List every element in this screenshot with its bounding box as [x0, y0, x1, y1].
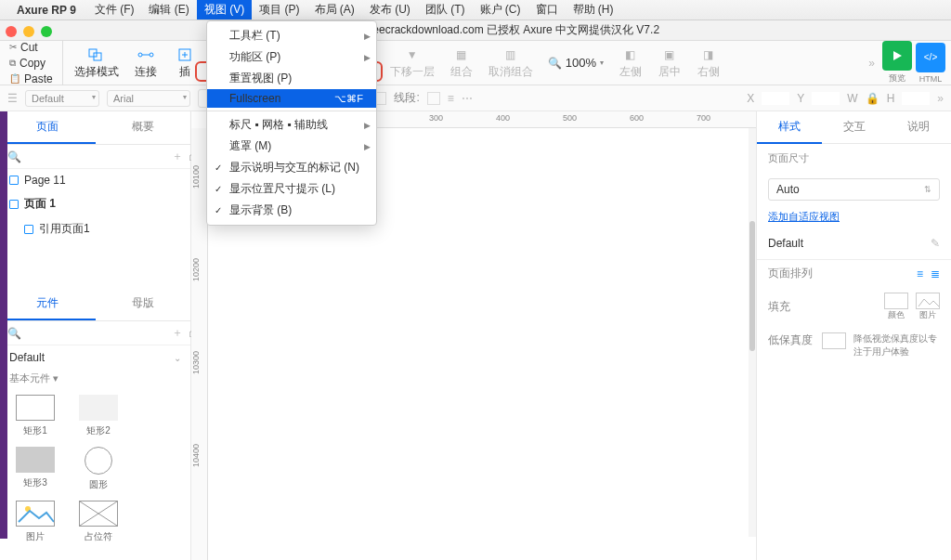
- pages-toolbar: 🔍 ＋ 🗀: [0, 145, 190, 169]
- page-list: Page 11 页面 1 引用页面1: [0, 169, 190, 241]
- page-item[interactable]: 引用页面1: [0, 216, 190, 241]
- dd-show-location[interactable]: ✓显示位置尺寸提示 (L): [207, 178, 376, 200]
- h-input[interactable]: [902, 92, 930, 105]
- align-center: ▣居中: [658, 46, 682, 80]
- inspector-tabs: 样式 交互 说明: [757, 111, 951, 144]
- page-item[interactable]: 页面 1: [0, 191, 190, 216]
- menu-view[interactable]: 视图 (V): [197, 0, 252, 20]
- cut-button[interactable]: ✂ Cut: [6, 40, 57, 55]
- menu-layout[interactable]: 布局 (A): [307, 0, 362, 20]
- menu-edit[interactable]: 编辑 (E): [141, 0, 196, 20]
- dd-reset-view[interactable]: 重置视图 (P): [207, 68, 376, 89]
- dd-masks[interactable]: 遮罩 (M)▶: [207, 136, 376, 157]
- ungroup-button: ▥取消组合: [489, 46, 533, 80]
- align-left: ◧左侧: [619, 46, 643, 80]
- line-width-select[interactable]: ≡: [448, 92, 454, 105]
- select-mode[interactable]: 选择模式: [74, 46, 119, 80]
- font-select[interactable]: Arial: [107, 90, 190, 107]
- dd-show-notes[interactable]: ✓显示说明与交互的标记 (N): [207, 157, 376, 178]
- format-bar: ☰ Default Arial ▾ ▾ 𝐼 U̲ A ≡ 填充: 线段: ≡ ⋯…: [0, 85, 951, 111]
- fill-color-swatch[interactable]: [884, 293, 908, 309]
- shape-image[interactable]: 图片: [4, 501, 67, 543]
- shape-rect1[interactable]: 矩形1: [4, 395, 67, 437]
- tab-interactions[interactable]: 交互: [822, 111, 887, 144]
- dd-rulers[interactable]: 标尺 ▪ 网格 ▪ 辅助线▶: [207, 114, 376, 136]
- copy-button[interactable]: ⧉ Copy: [6, 56, 57, 71]
- close-icon[interactable]: [6, 26, 17, 37]
- library-select[interactable]: Default⌄: [0, 345, 190, 370]
- align-left-icon[interactable]: ≡: [917, 267, 923, 280]
- right-panel: 样式 交互 说明 页面尺寸 Auto⇅ 添加自适应视图 Default✎ 页面排…: [756, 111, 951, 560]
- style-select[interactable]: Default: [25, 90, 99, 107]
- fidelity-icon[interactable]: [822, 332, 846, 349]
- preview-button[interactable]: 预览: [882, 41, 912, 85]
- svg-point-3: [150, 53, 153, 57]
- app-sidebar: [0, 111, 7, 539]
- svg-point-2: [138, 53, 142, 57]
- pages-search[interactable]: [27, 150, 166, 163]
- menu-team[interactable]: 团队 (T): [418, 0, 473, 20]
- fill-image[interactable]: [916, 293, 940, 309]
- dd-show-bg[interactable]: ✓显示背景 (B): [207, 200, 376, 221]
- menu-window[interactable]: 窗口: [528, 0, 566, 20]
- group-button: ▦组合: [449, 46, 474, 80]
- move-down: ▼下移一层: [390, 46, 435, 80]
- library-section[interactable]: 基本元件 ▾: [0, 370, 190, 387]
- canvas-scrollbar-v[interactable]: [749, 128, 756, 537]
- tab-notes[interactable]: 说明: [886, 111, 951, 144]
- html-button[interactable]: </> HTML: [916, 43, 945, 84]
- dd-fullscreen[interactable]: Fullscreen⌥⌘F: [207, 89, 376, 108]
- align-center-icon[interactable]: ≣: [931, 267, 940, 280]
- overflow-icon[interactable]: »: [868, 57, 875, 70]
- menu-help[interactable]: 帮助 (H): [566, 0, 621, 20]
- dd-panes[interactable]: 功能区 (P)▶: [207, 46, 376, 68]
- style-default[interactable]: Default✎: [757, 228, 951, 260]
- lib-tabs: 元件 母版: [0, 288, 190, 321]
- line-style-select[interactable]: ⋯: [462, 92, 473, 105]
- search-icon: 🔍: [7, 327, 21, 340]
- insert-tool[interactable]: 插: [173, 46, 197, 80]
- overflow-format-icon[interactable]: »: [937, 92, 944, 105]
- x-input[interactable]: [762, 92, 789, 105]
- tab-pages[interactable]: 页面: [0, 111, 96, 144]
- menu-project[interactable]: 项目 (P): [252, 0, 306, 20]
- lib-toolbar: 🔍 ＋ 🗀 ⋮: [0, 321, 190, 345]
- dim-header: 页面尺寸: [757, 144, 951, 173]
- search-icon: 🔍: [7, 150, 21, 163]
- dim-select[interactable]: Auto⇅: [757, 173, 951, 206]
- window-controls: [6, 26, 52, 37]
- tab-masters[interactable]: 母版: [96, 288, 191, 320]
- align-right: ◨右侧: [697, 46, 721, 80]
- menu-account[interactable]: 账户 (C): [473, 0, 528, 20]
- menu-file[interactable]: 文件 (F): [87, 0, 142, 20]
- add-page-icon[interactable]: ＋: [172, 149, 183, 164]
- lib-search[interactable]: [27, 327, 166, 340]
- menubar: Axure RP 9 文件 (F) 编辑 (E) 视图 (V) 项目 (P) 布…: [0, 0, 951, 20]
- maximize-icon[interactable]: [41, 26, 52, 37]
- style-icon[interactable]: ☰: [7, 92, 18, 105]
- menu-publish[interactable]: 发布 (U): [362, 0, 418, 20]
- app-name[interactable]: Axure RP 9: [17, 4, 76, 17]
- tab-style[interactable]: 样式: [757, 111, 822, 144]
- paste-button[interactable]: 📋 Paste: [6, 72, 57, 86]
- page-item[interactable]: Page 11: [0, 169, 190, 191]
- connect-tool[interactable]: 连接: [134, 46, 158, 80]
- add-lib-icon[interactable]: ＋: [172, 325, 183, 341]
- tab-outline[interactable]: 概要: [96, 111, 191, 144]
- zoom-control[interactable]: 🔍100%▾: [548, 56, 604, 70]
- dd-toolbar[interactable]: 工具栏 (T)▶: [207, 25, 376, 46]
- svg-marker-8: [893, 51, 902, 60]
- minimize-icon[interactable]: [23, 26, 34, 37]
- shape-ellipse[interactable]: 圆形: [67, 447, 130, 491]
- pages-tabs: 页面 概要: [0, 111, 190, 145]
- line-swatch[interactable]: [427, 92, 440, 105]
- shape-placeholder[interactable]: 占位符: [67, 501, 130, 543]
- tab-widgets[interactable]: 元件: [0, 288, 96, 320]
- y-input[interactable]: [812, 92, 840, 105]
- view-dropdown: 工具栏 (T)▶ 功能区 (P)▶ 重置视图 (P) Fullscreen⌥⌘F…: [206, 20, 377, 226]
- shape-rect3[interactable]: 矩形3: [4, 447, 67, 491]
- shape-rect2[interactable]: 矩形2: [67, 395, 130, 437]
- lock-icon[interactable]: 🔒: [866, 92, 879, 105]
- adaptive-link[interactable]: 添加自适应视图: [757, 206, 951, 228]
- shapes-grid: 矩形1 矩形2 矩形3 圆形 图片 占位符: [0, 387, 190, 560]
